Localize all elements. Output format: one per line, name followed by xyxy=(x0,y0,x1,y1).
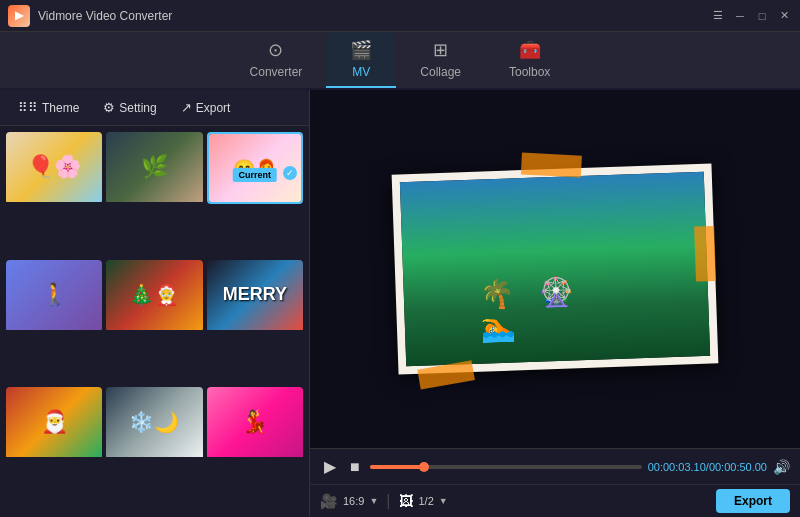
ratio-value: 16:9 xyxy=(343,495,364,507)
nav-tabs: ⊙ Converter 🎬 MV ⊞ Collage 🧰 Toolbox xyxy=(0,32,800,90)
progress-bar[interactable] xyxy=(370,465,642,469)
theme-item-neat[interactable]: 🌿 Neat xyxy=(106,132,202,204)
setting-label: Setting xyxy=(119,101,156,115)
current-badge: Current xyxy=(233,168,278,182)
title-bar: ▶ Vidmore Video Converter ☰ ─ □ ✕ xyxy=(0,0,800,32)
window-controls: ☰ ─ □ ✕ xyxy=(710,8,792,24)
volume-icon[interactable]: 🔊 xyxy=(773,459,790,475)
main-content: ⠿⠿ Theme ⚙ Setting ↗ Export 🎈🌸 Chic xyxy=(0,90,800,517)
tab-mv-label: MV xyxy=(352,65,370,79)
export-icon: ↗ xyxy=(181,100,192,115)
theme-grid: 🎈🌸 Chic 🌿 Neat 😊👩‍🦰 Current ✓ Happy xyxy=(0,126,309,517)
theme-icon: ⠿⠿ xyxy=(18,100,38,115)
export-tab[interactable]: ↗ Export xyxy=(171,96,241,119)
theme-santa-label: Santa Claus xyxy=(6,457,102,459)
theme-item-snowy[interactable]: ❄️🌙 Snowy Night xyxy=(106,387,202,459)
tab-converter-label: Converter xyxy=(250,65,303,79)
maximize-button[interactable]: □ xyxy=(754,8,770,24)
quality-icon: 🖼 xyxy=(399,493,413,509)
preview-frame xyxy=(392,163,719,374)
theme-stripes-label: Stripes & Waves xyxy=(207,457,303,459)
right-panel: ▽ ▶ ■ 00:00:03.10/00:00:50.00 🔊 🎥 16:9 ▼ xyxy=(310,90,800,517)
progress-fill xyxy=(370,465,424,469)
close-button[interactable]: ✕ xyxy=(776,8,792,24)
tab-mv[interactable]: 🎬 MV xyxy=(326,32,396,88)
play-button[interactable]: ▶ xyxy=(320,455,340,478)
sub-nav: ⠿⠿ Theme ⚙ Setting ↗ Export xyxy=(0,90,309,126)
tab-collage-label: Collage xyxy=(420,65,461,79)
left-panel: ⠿⠿ Theme ⚙ Setting ↗ Export 🎈🌸 Chic xyxy=(0,90,310,517)
bottom-controls: 🎥 16:9 ▼ | 🖼 1/2 ▼ Export xyxy=(310,484,800,517)
theme-label: Theme xyxy=(42,101,79,115)
collage-icon: ⊞ xyxy=(433,39,448,61)
theme-snowy-label: Snowy Night xyxy=(106,457,202,459)
tape-top xyxy=(521,153,582,178)
theme-simple-label: Simple xyxy=(6,330,102,332)
theme-item-simple[interactable]: 🚶 Simple xyxy=(6,260,102,332)
video-icon: 🎥 xyxy=(320,493,337,509)
minimize-button[interactable]: ─ xyxy=(732,8,748,24)
theme-neat-label: Neat xyxy=(106,202,202,204)
preview-area: ▽ xyxy=(310,90,800,448)
tab-collage[interactable]: ⊞ Collage xyxy=(396,32,485,88)
menu-icon[interactable]: ☰ xyxy=(710,8,726,24)
ratio-select[interactable]: 16:9 ▼ xyxy=(343,495,378,507)
theme-chic-label: Chic xyxy=(6,202,102,204)
quality-value: 1/2 xyxy=(419,495,434,507)
tab-toolbox[interactable]: 🧰 Toolbox xyxy=(485,32,574,88)
progress-thumb xyxy=(419,462,429,472)
theme-tab[interactable]: ⠿⠿ Theme xyxy=(8,96,89,119)
converter-icon: ⊙ xyxy=(268,39,283,61)
theme-xmas-label: Christmas Eve xyxy=(106,330,202,332)
preview-scene xyxy=(400,172,710,366)
theme-item-stripes[interactable]: 💃 Stripes & Waves xyxy=(207,387,303,459)
stop-button[interactable]: ■ xyxy=(346,456,364,478)
preview-frame-outer xyxy=(392,163,719,374)
setting-tab[interactable]: ⚙ Setting xyxy=(93,96,166,119)
tape-right xyxy=(694,226,716,282)
theme-merry-label: Merry Christmas xyxy=(207,330,303,332)
export-button[interactable]: Export xyxy=(716,489,790,513)
tab-converter[interactable]: ⊙ Converter xyxy=(226,32,327,88)
theme-item-xmas[interactable]: 🎄🤶 Christmas Eve xyxy=(106,260,202,332)
setting-icon: ⚙ xyxy=(103,100,115,115)
tab-toolbox-label: Toolbox xyxy=(509,65,550,79)
time-display: 00:00:03.10/00:00:50.00 xyxy=(648,461,767,473)
export-label: Export xyxy=(196,101,231,115)
quality-select[interactable]: 1/2 ▼ xyxy=(419,495,448,507)
mv-icon: 🎬 xyxy=(350,39,372,61)
toolbox-icon: 🧰 xyxy=(519,39,541,61)
app-title: Vidmore Video Converter xyxy=(38,9,710,23)
ratio-dropdown-icon: ▼ xyxy=(369,496,378,506)
player-controls: ▶ ■ 00:00:03.10/00:00:50.00 🔊 xyxy=(310,448,800,484)
quality-dropdown-icon: ▼ xyxy=(439,496,448,506)
theme-item-santa[interactable]: 🎅 Santa Claus xyxy=(6,387,102,459)
app-logo: ▶ xyxy=(8,5,30,27)
theme-item-chic[interactable]: 🎈🌸 Chic xyxy=(6,132,102,204)
theme-item-happy[interactable]: 😊👩‍🦰 Current ✓ Happy xyxy=(207,132,303,204)
theme-item-merry[interactable]: MERRY Merry Christmas xyxy=(207,260,303,332)
